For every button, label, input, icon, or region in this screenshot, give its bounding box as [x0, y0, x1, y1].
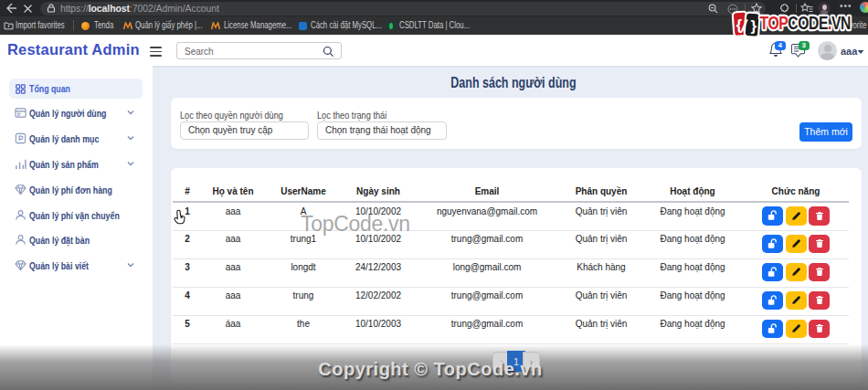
svg-text:TOPCODE.VN: TOPCODE.VN: [760, 14, 851, 34]
svg-text:}: }: [751, 17, 757, 35]
